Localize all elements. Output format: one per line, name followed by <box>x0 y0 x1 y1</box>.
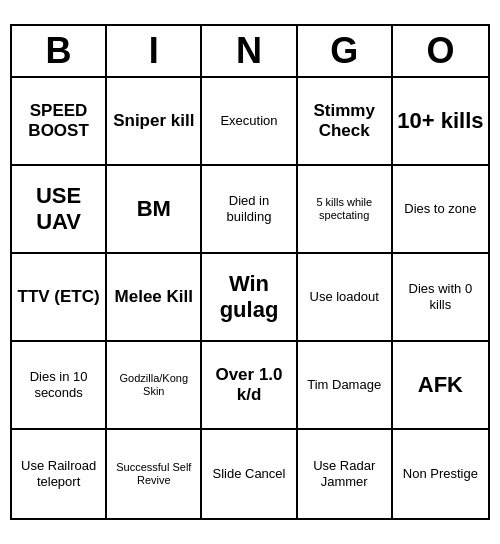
bingo-cell: Over 1.0 k/d <box>202 342 297 430</box>
cell-text: Dies in 10 seconds <box>16 369 101 400</box>
cell-text: Over 1.0 k/d <box>206 365 291 406</box>
header-letter: I <box>107 26 202 76</box>
bingo-cell: Use loadout <box>298 254 393 342</box>
cell-text: Died in building <box>206 193 291 224</box>
bingo-cell: USE UAV <box>12 166 107 254</box>
cell-text: 5 kills while spectating <box>302 196 387 222</box>
cell-text: Successful Self Revive <box>111 461 196 487</box>
bingo-cell: Godzilla/Kong Skin <box>107 342 202 430</box>
bingo-card: BINGO SPEED BOOSTSniper killExecutionSti… <box>10 24 490 520</box>
bingo-cell: Non Prestige <box>393 430 488 518</box>
cell-text: Tim Damage <box>307 377 381 393</box>
bingo-cell: Died in building <box>202 166 297 254</box>
bingo-cell: Sniper kill <box>107 78 202 166</box>
cell-text: Use loadout <box>310 289 379 305</box>
cell-text: Dies to zone <box>404 201 476 217</box>
bingo-cell: TTV (ETC) <box>12 254 107 342</box>
bingo-cell: Tim Damage <box>298 342 393 430</box>
header-letter: B <box>12 26 107 76</box>
bingo-cell: SPEED BOOST <box>12 78 107 166</box>
bingo-cell: Melee Kill <box>107 254 202 342</box>
cell-text: BM <box>137 196 171 222</box>
header-letter: N <box>202 26 297 76</box>
cell-text: Non Prestige <box>403 466 478 482</box>
cell-text: Melee Kill <box>115 287 193 307</box>
cell-text: 10+ kills <box>397 108 483 134</box>
bingo-cell: Dies to zone <box>393 166 488 254</box>
bingo-cell: Dies in 10 seconds <box>12 342 107 430</box>
bingo-cell: Successful Self Revive <box>107 430 202 518</box>
cell-text: USE UAV <box>16 183 101 236</box>
bingo-cell: AFK <box>393 342 488 430</box>
bingo-grid: SPEED BOOSTSniper killExecutionStimmy Ch… <box>12 78 488 518</box>
bingo-cell: Slide Cancel <box>202 430 297 518</box>
bingo-cell: Dies with 0 kills <box>393 254 488 342</box>
bingo-cell: Use Railroad teleport <box>12 430 107 518</box>
cell-text: Use Railroad teleport <box>16 458 101 489</box>
bingo-cell: BM <box>107 166 202 254</box>
cell-text: Sniper kill <box>113 111 194 131</box>
cell-text: Execution <box>220 113 277 129</box>
cell-text: TTV (ETC) <box>18 287 100 307</box>
header-letter: O <box>393 26 488 76</box>
bingo-cell: Execution <box>202 78 297 166</box>
cell-text: Use Radar Jammer <box>302 458 387 489</box>
cell-text: Dies with 0 kills <box>397 281 484 312</box>
cell-text: Win gulag <box>206 271 291 324</box>
cell-text: Godzilla/Kong Skin <box>111 372 196 398</box>
bingo-cell: Stimmy Check <box>298 78 393 166</box>
bingo-cell: 10+ kills <box>393 78 488 166</box>
cell-text: Stimmy Check <box>302 101 387 142</box>
bingo-cell: Win gulag <box>202 254 297 342</box>
header-letter: G <box>298 26 393 76</box>
cell-text: AFK <box>418 372 463 398</box>
bingo-header: BINGO <box>12 26 488 78</box>
cell-text: Slide Cancel <box>212 466 285 482</box>
bingo-cell: 5 kills while spectating <box>298 166 393 254</box>
cell-text: SPEED BOOST <box>16 101 101 142</box>
bingo-cell: Use Radar Jammer <box>298 430 393 518</box>
